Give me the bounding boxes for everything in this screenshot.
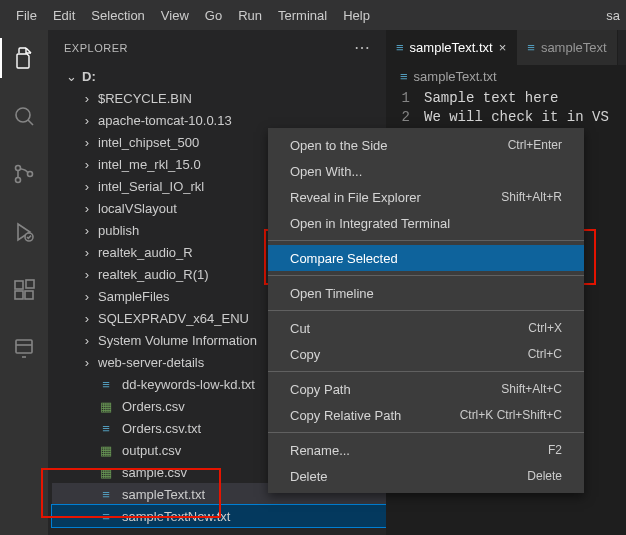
- chevron-right-icon: ›: [80, 223, 94, 238]
- context-menu-label: Copy Path: [290, 382, 351, 397]
- editor-tab[interactable]: ≡sampleText: [517, 30, 617, 65]
- context-menu-item[interactable]: Open in Integrated Terminal: [268, 210, 584, 236]
- chevron-right-icon: ›: [80, 333, 94, 348]
- context-menu-separator: [268, 275, 584, 276]
- context-menu-shortcut: Ctrl+X: [528, 321, 562, 335]
- tree-item-label: sampleTextNew.txt: [122, 509, 230, 524]
- file-icon: ▦: [98, 399, 114, 414]
- tree-item-label: Orders.csv.txt: [122, 421, 201, 436]
- context-menu-item[interactable]: Copy PathShift+Alt+C: [268, 376, 584, 402]
- context-menu-label: Open With...: [290, 164, 362, 179]
- context-menu-item[interactable]: CutCtrl+X: [268, 315, 584, 341]
- file-icon: ≡: [98, 509, 114, 524]
- tree-item-label: realtek_audio_R: [98, 245, 193, 260]
- context-menu-label: Open in Integrated Terminal: [290, 216, 450, 231]
- tree-item-label: SQLEXPRADV_x64_ENU: [98, 311, 249, 326]
- context-menu-label: Cut: [290, 321, 310, 336]
- file-icon: ≡: [98, 487, 114, 502]
- context-menu-label: Copy: [290, 347, 320, 362]
- chevron-down-icon: ⌄: [64, 69, 78, 84]
- chevron-right-icon: ›: [80, 157, 94, 172]
- tree-item-label: SampleFiles: [98, 289, 170, 304]
- context-menu-item[interactable]: CopyCtrl+C: [268, 341, 584, 367]
- file-icon: ≡: [527, 40, 535, 55]
- file-icon: ▦: [98, 465, 114, 480]
- editor-tabs: ≡sampleText.txt×≡sampleText: [386, 30, 626, 65]
- context-menu-shortcut: Ctrl+Enter: [508, 138, 562, 152]
- activity-bar: [0, 30, 48, 535]
- sidebar-header: EXPLORER ⋯: [48, 30, 386, 65]
- svg-line-1: [28, 120, 33, 125]
- svg-rect-11: [16, 340, 32, 353]
- context-menu-label: Rename...: [290, 443, 350, 458]
- tree-item-label: System Volume Information: [98, 333, 257, 348]
- context-menu-shortcut: Ctrl+C: [528, 347, 562, 361]
- explorer-icon[interactable]: [0, 38, 48, 78]
- context-menu-item[interactable]: Compare Selected: [268, 245, 584, 271]
- context-menu-shortcut: Delete: [527, 469, 562, 483]
- search-icon[interactable]: [0, 96, 48, 136]
- tree-item-label: Orders.csv: [122, 399, 185, 414]
- tree-item-label: sample.csv: [122, 465, 187, 480]
- svg-point-3: [16, 178, 21, 183]
- file-icon: ≡: [400, 69, 408, 84]
- chevron-right-icon: ›: [80, 311, 94, 326]
- file-icon: ≡: [98, 377, 114, 392]
- tree-item-label: intel_Serial_IO_rkl: [98, 179, 204, 194]
- svg-point-4: [28, 172, 33, 177]
- context-menu-separator: [268, 240, 584, 241]
- close-icon[interactable]: ×: [499, 40, 507, 55]
- menubar-item-go[interactable]: Go: [197, 4, 230, 27]
- tree-item-label: apache-tomcat-10.0.13: [98, 113, 232, 128]
- tree-item-label: output.csv: [122, 443, 181, 458]
- menubar-item-run[interactable]: Run: [230, 4, 270, 27]
- tree-item-label: sampleText.txt: [122, 487, 205, 502]
- svg-point-2: [16, 166, 21, 171]
- context-menu-item[interactable]: Copy Relative PathCtrl+K Ctrl+Shift+C: [268, 402, 584, 428]
- tree-item-label: localVSlayout: [98, 201, 177, 216]
- svg-rect-9: [25, 291, 33, 299]
- tree-item[interactable]: ≡sampleTextNew.txt: [52, 505, 386, 527]
- svg-point-0: [16, 108, 30, 122]
- remote-icon[interactable]: [0, 328, 48, 368]
- context-menu-label: Delete: [290, 469, 328, 484]
- context-menu-label: Compare Selected: [290, 251, 398, 266]
- editor-tab[interactable]: ≡sampleText.txt×: [386, 30, 517, 65]
- context-menu-separator: [268, 432, 584, 433]
- tree-item-label: dd-keywords-low-kd.txt: [122, 377, 255, 392]
- chevron-right-icon: ›: [80, 91, 94, 106]
- chevron-right-icon: ›: [80, 201, 94, 216]
- window-title-fragment: sa: [606, 8, 626, 23]
- context-menu-item[interactable]: Rename...F2: [268, 437, 584, 463]
- menubar-item-help[interactable]: Help: [335, 4, 378, 27]
- menubar-item-edit[interactable]: Edit: [45, 4, 83, 27]
- context-menu-item[interactable]: Open With...: [268, 158, 584, 184]
- tree-item-label: realtek_audio_R(1): [98, 267, 209, 282]
- svg-rect-8: [15, 291, 23, 299]
- file-icon: ≡: [396, 40, 404, 55]
- breadcrumb[interactable]: ≡ sampleText.txt: [386, 65, 626, 87]
- sidebar-title: EXPLORER: [64, 42, 128, 54]
- tree-item[interactable]: ›$RECYCLE.BIN: [52, 87, 386, 109]
- menubar-item-terminal[interactable]: Terminal: [270, 4, 335, 27]
- menubar-item-selection[interactable]: Selection: [83, 4, 152, 27]
- menubar-item-file[interactable]: File: [8, 4, 45, 27]
- context-menu-item[interactable]: Open to the SideCtrl+Enter: [268, 132, 584, 158]
- sidebar-more-icon[interactable]: ⋯: [354, 40, 371, 56]
- extensions-icon[interactable]: [0, 270, 48, 310]
- menubar-item-view[interactable]: View: [153, 4, 197, 27]
- run-debug-icon[interactable]: [0, 212, 48, 252]
- context-menu-item[interactable]: Reveal in File ExplorerShift+Alt+R: [268, 184, 584, 210]
- chevron-right-icon: ›: [80, 289, 94, 304]
- context-menu-item[interactable]: DeleteDelete: [268, 463, 584, 489]
- chevron-right-icon: ›: [80, 113, 94, 128]
- chevron-right-icon: ›: [80, 245, 94, 260]
- context-menu-separator: [268, 310, 584, 311]
- chevron-right-icon: ›: [80, 179, 94, 194]
- tree-root[interactable]: ⌄ D:: [52, 65, 386, 87]
- context-menu-item[interactable]: Open Timeline: [268, 280, 584, 306]
- tree-item-label: publish: [98, 223, 139, 238]
- file-icon: ▦: [98, 443, 114, 458]
- source-control-icon[interactable]: [0, 154, 48, 194]
- context-menu-separator: [268, 371, 584, 372]
